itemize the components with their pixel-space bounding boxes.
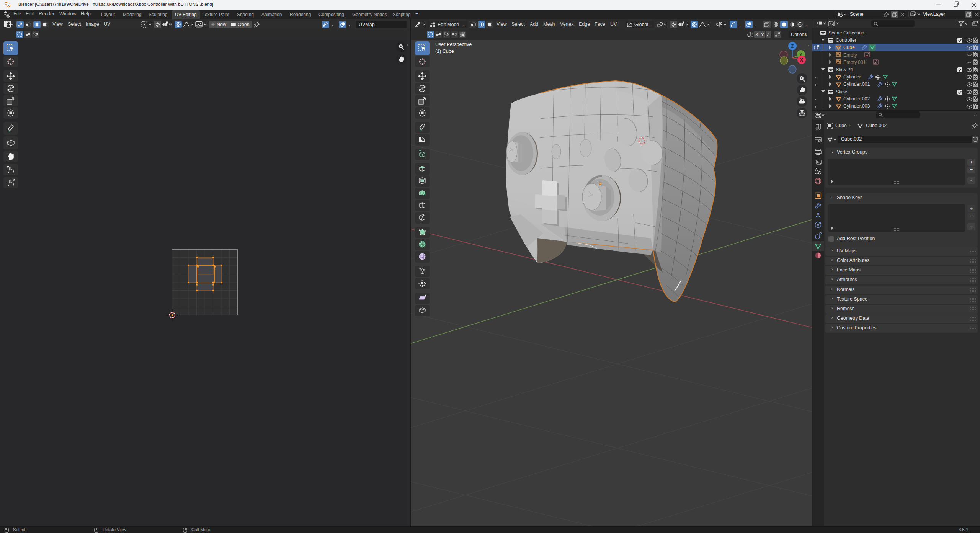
svg-text:Z: Z bbox=[791, 44, 794, 49]
svg-text:X: X bbox=[800, 57, 803, 63]
